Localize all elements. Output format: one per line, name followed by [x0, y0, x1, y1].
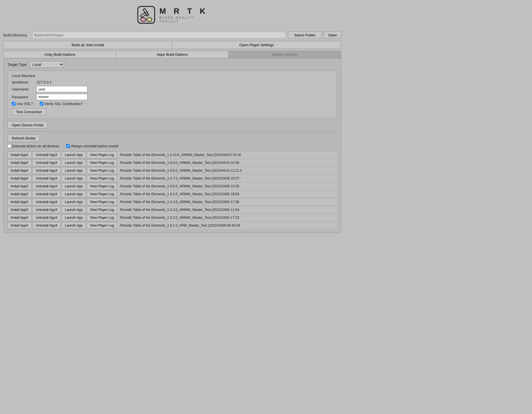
target-type-select[interactable]: Local Remote Device HoloLens — [29, 61, 64, 68]
install-appx-button[interactable]: Install AppX — [8, 183, 31, 190]
launch-app-button[interactable]: Launch App — [62, 167, 85, 174]
open-device-portal-button[interactable]: Open Device Portal — [8, 121, 48, 129]
build-name: Periodic Table of the Elements_1.0.9.0_A… — [120, 161, 337, 165]
uninstall-appx-button[interactable]: Uninstall AppX — [32, 183, 61, 190]
table-row: Install AppXUninstall AppXLaunch AppView… — [8, 152, 337, 158]
svg-point-7 — [147, 18, 152, 22]
always-uninstall-checkbox[interactable] — [66, 144, 70, 148]
use-ssl-label: Use SSL? — [17, 102, 33, 106]
builds-list: Install AppXUninstall AppXLaunch AppView… — [8, 152, 337, 230]
view-player-log-button[interactable]: View Player Log — [87, 206, 117, 213]
build-dir-row: Build Directory Select Folder Open — [3, 31, 341, 39]
launch-app-button[interactable]: Launch App — [62, 191, 85, 197]
select-folder-button[interactable]: Select Folder — [288, 31, 322, 39]
uninstall-appx-button[interactable]: Uninstall AppX — [32, 206, 61, 213]
password-row: Password — [12, 94, 333, 100]
use-ssl-checkbox-label[interactable]: Use SSL? — [12, 102, 33, 106]
machine-section: Local Machine IpAddress 127.0.0.1 Userna… — [8, 71, 337, 118]
view-player-log-button[interactable]: View Player Log — [87, 167, 117, 174]
verify-ssl-checkbox-label[interactable]: Verify SSL Certificates? — [40, 102, 83, 106]
view-player-log-button[interactable]: View Player Log — [87, 159, 117, 166]
uninstall-appx-button[interactable]: Uninstall AppX — [32, 152, 61, 158]
verify-ssl-checkbox[interactable] — [40, 102, 43, 106]
view-player-log-button[interactable]: View Player Log — [87, 191, 117, 197]
execute-all-label: Execute action on all devices — [12, 144, 59, 148]
build-name: Periodic Table of the Elements_1.0.1.0_A… — [120, 224, 337, 227]
password-label: Password — [12, 95, 34, 99]
tab-deploy-options[interactable]: Deploy Options — [229, 51, 341, 58]
build-all-install-button[interactable]: Build all, then Install — [3, 41, 172, 49]
uninstall-appx-button[interactable]: Uninstall AppX — [32, 159, 61, 166]
ssl-options-row: Use SSL? Verify SSL Certificates? — [12, 102, 333, 106]
open-player-settings-button[interactable]: Open Player Settings — [172, 41, 341, 49]
view-player-log-button[interactable]: View Player Log — [87, 199, 117, 205]
uninstall-appx-button[interactable]: Uninstall AppX — [32, 167, 61, 174]
table-row: Install AppXUninstall AppXLaunch AppView… — [8, 199, 337, 205]
always-uninstall-checkbox-label[interactable]: Always uninstall before install — [66, 144, 119, 148]
device-portal-row: Open Device Portal — [8, 121, 337, 129]
builds-scroll[interactable]: Install AppXUninstall AppXLaunch AppView… — [8, 152, 337, 230]
install-appx-button[interactable]: Install AppX — [8, 222, 31, 229]
deploy-panel: Target Type Local Remote Device HoloLens… — [3, 58, 341, 233]
machine-section-title: Local Machine — [12, 74, 333, 78]
username-input[interactable] — [36, 86, 87, 92]
execute-all-checkbox-label[interactable]: Execute action on all devices — [8, 144, 59, 148]
logo-title: M R T K — [159, 7, 208, 16]
uninstall-appx-button[interactable]: Uninstall AppX — [32, 191, 61, 197]
install-appx-button[interactable]: Install AppX — [8, 214, 31, 221]
password-input[interactable] — [36, 94, 87, 100]
refresh-options-row: Execute action on all devices Always uni… — [8, 144, 337, 148]
view-player-log-button[interactable]: View Player Log — [87, 222, 117, 229]
launch-app-button[interactable]: Launch App — [62, 175, 85, 182]
install-appx-button[interactable]: Install AppX — [8, 152, 31, 158]
test-connection-button[interactable]: Test Connection — [12, 108, 46, 115]
launch-app-button[interactable]: Launch App — [62, 152, 85, 158]
logo-area: M R T K MIXED REALITY TOOLKIT — [136, 5, 208, 25]
execute-all-checkbox[interactable] — [8, 144, 11, 148]
build-dir-input[interactable] — [32, 32, 286, 38]
view-player-log-button[interactable]: View Player Log — [87, 152, 117, 158]
always-uninstall-label: Always uninstall before install — [71, 144, 119, 148]
header: M R T K MIXED REALITY TOOLKIT — [0, 0, 345, 29]
build-name: Periodic Table of the Elements_1.0.6.0_A… — [120, 184, 337, 188]
tab-appx-build-options[interactable]: Appx Build Options — [116, 51, 229, 58]
table-row: Install AppXUninstall AppXLaunch AppView… — [8, 191, 337, 197]
ip-row: IpAddress 127.0.0.1 — [12, 80, 333, 84]
install-appx-button[interactable]: Install AppX — [8, 175, 31, 182]
install-appx-button[interactable]: Install AppX — [8, 159, 31, 166]
tabs-row: Unity Build Options Appx Build Options D… — [3, 51, 341, 58]
table-row: Install AppXUninstall AppXLaunch AppView… — [8, 159, 337, 166]
ip-label: IpAddress — [12, 80, 34, 84]
divider — [8, 131, 337, 132]
launch-app-button[interactable]: Launch App — [62, 222, 85, 229]
target-type-row: Target Type Local Remote Device HoloLens — [8, 61, 337, 68]
table-row: Install AppXUninstall AppXLaunch AppView… — [8, 175, 337, 182]
uninstall-appx-button[interactable]: Uninstall AppX — [32, 214, 61, 221]
uninstall-appx-button[interactable]: Uninstall AppX — [32, 175, 61, 182]
build-name: Periodic Table of the Elements_1.0.10.0_… — [120, 153, 337, 157]
logo-subtitle-2: TOOLKIT — [159, 20, 208, 23]
verify-ssl-label: Verify SSL Certificates? — [45, 102, 83, 106]
install-appx-button[interactable]: Install AppX — [8, 199, 31, 205]
launch-app-button[interactable]: Launch App — [62, 214, 85, 221]
install-appx-button[interactable]: Install AppX — [8, 206, 31, 213]
view-player-log-button[interactable]: View Player Log — [87, 214, 117, 221]
open-button[interactable]: Open — [324, 31, 341, 39]
uninstall-appx-button[interactable]: Uninstall AppX — [32, 199, 61, 205]
view-player-log-button[interactable]: View Player Log — [87, 175, 117, 182]
logo-subtitle-1: MIXED REALITY — [159, 16, 208, 19]
view-player-log-button[interactable]: View Player Log — [87, 183, 117, 190]
install-appx-button[interactable]: Install AppX — [8, 167, 31, 174]
tab-unity-build-options[interactable]: Unity Build Options — [3, 51, 116, 58]
refresh-section: Refresh Builds Execute action on all dev… — [8, 134, 337, 148]
launch-app-button[interactable]: Launch App — [62, 206, 85, 213]
build-dir-label: Build Directory — [3, 33, 30, 37]
use-ssl-checkbox[interactable] — [12, 102, 15, 106]
launch-app-button[interactable]: Launch App — [62, 199, 85, 205]
launch-app-button[interactable]: Launch App — [62, 183, 85, 190]
build-name: Periodic Table of the Elements_1.0.4.0_A… — [120, 200, 337, 204]
refresh-builds-button[interactable]: Refresh Builds — [8, 134, 40, 142]
uninstall-appx-button[interactable]: Uninstall AppX — [32, 222, 61, 229]
install-appx-button[interactable]: Install AppX — [8, 191, 31, 197]
launch-app-button[interactable]: Launch App — [62, 159, 85, 166]
